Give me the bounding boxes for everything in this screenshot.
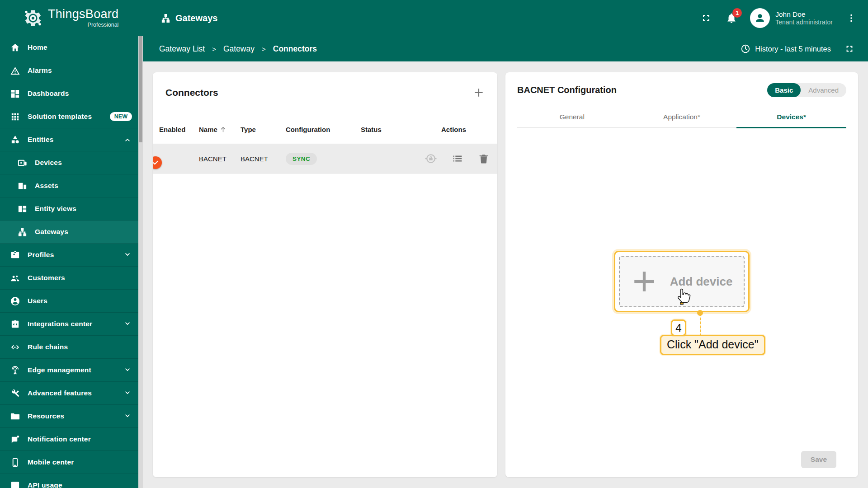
- sidebar-item-resources[interactable]: Resources: [0, 405, 138, 428]
- toggle-advanced[interactable]: Advanced: [801, 83, 846, 97]
- devices-icon: [17, 158, 28, 168]
- gateway-icon: [160, 13, 171, 23]
- sidebar-item-solution-templates[interactable]: Solution templates NEW: [0, 105, 138, 128]
- thingsboard-logo-icon: [24, 9, 42, 28]
- sidebar-item-advanced-features[interactable]: Advanced features: [0, 382, 138, 405]
- column-actions: Actions: [422, 126, 497, 133]
- alarm-icon: [10, 66, 20, 76]
- fullscreen-button[interactable]: [699, 11, 713, 25]
- new-badge: NEW: [110, 112, 132, 121]
- sidebar-item-home[interactable]: Home: [0, 36, 138, 59]
- fullscreen-icon: [701, 13, 712, 23]
- sidebar-item-alarms[interactable]: Alarms: [0, 59, 138, 82]
- sidebar-item-rule-chains[interactable]: Rule chains: [0, 336, 138, 359]
- tab-application[interactable]: Application*: [627, 106, 737, 128]
- sidebar-item-notification-center[interactable]: Notification center: [0, 428, 138, 451]
- sidebar-item-integrations-center[interactable]: Integrations center: [0, 313, 138, 336]
- person-icon: [753, 11, 767, 25]
- sidebar-item-gateways[interactable]: Gateways: [0, 221, 138, 244]
- plus-icon: [473, 87, 485, 99]
- fullscreen-icon: [844, 44, 854, 54]
- customers-icon: [10, 273, 20, 283]
- chevron-down-icon: [123, 389, 132, 398]
- chevron-down-icon: [123, 319, 132, 328]
- sidebar-item-entity-views[interactable]: Entity views: [0, 197, 138, 221]
- sidebar-item-customers[interactable]: Customers: [0, 267, 138, 290]
- sidebar-item-mobile-center[interactable]: Mobile center: [0, 451, 138, 474]
- brand-name: ThingsBoard: [48, 8, 118, 20]
- mobile-icon: [10, 457, 20, 468]
- breadcrumb-gateway[interactable]: Gateway: [223, 44, 255, 54]
- user-role: Tenant administrator: [775, 19, 833, 27]
- profiles-icon: [10, 250, 20, 260]
- column-configuration: Configuration: [286, 126, 361, 133]
- toggle-basic[interactable]: Basic: [767, 83, 801, 97]
- add-connector-button[interactable]: [472, 86, 486, 99]
- shapes-icon: [10, 135, 20, 145]
- column-status: Status: [361, 126, 422, 133]
- more-menu-button[interactable]: [844, 11, 858, 25]
- breadcrumb-separator: >: [212, 45, 216, 53]
- history-timewindow-button[interactable]: History - last 5 minutes: [741, 44, 831, 54]
- user-name: John Doe: [775, 10, 833, 19]
- plus-icon: [631, 268, 657, 295]
- sidebar-item-users[interactable]: Users: [0, 290, 138, 313]
- check-icon: [153, 159, 159, 166]
- column-enabled: Enabled: [159, 126, 199, 133]
- kebab-menu-icon: [846, 13, 856, 23]
- folder-icon: [10, 411, 20, 422]
- delete-action-button[interactable]: [477, 152, 490, 165]
- entity-views-icon: [17, 204, 28, 214]
- page-title: Gateways: [175, 13, 217, 23]
- connector-row-bacnet[interactable]: BACNET BACNET SYNC: [153, 144, 497, 174]
- advanced-icon: [10, 388, 20, 399]
- sidebar-item-assets[interactable]: Assets: [0, 174, 138, 197]
- assets-icon: [17, 181, 28, 191]
- connectors-title: Connectors: [165, 87, 218, 98]
- connector-name: BACNET: [199, 155, 241, 163]
- edge-icon: [10, 365, 20, 375]
- avatar: [750, 8, 770, 28]
- sidebar-item-dashboards[interactable]: Dashboards: [0, 82, 138, 105]
- sidebar-item-devices[interactable]: Devices: [0, 151, 138, 174]
- config-panel-title: BACNET Configuration: [517, 85, 617, 95]
- sort-ascending-icon: [219, 126, 227, 133]
- connector-type: BACNET: [241, 155, 286, 163]
- gateway-icon: [17, 227, 28, 237]
- breadcrumb-gateway-list[interactable]: Gateway List: [159, 44, 205, 54]
- add-device-label: Add device: [670, 275, 733, 289]
- history-label: History - last 5 minutes: [755, 45, 831, 53]
- sidebar-item-edge-management[interactable]: Edge management: [0, 359, 138, 382]
- top-header: ThingsBoard Professional Gateways 1: [0, 0, 868, 36]
- sidebar-scrollbar[interactable]: [138, 36, 143, 488]
- connectors-table-header: Enabled Name Type Configuration Status A…: [153, 115, 497, 144]
- column-name[interactable]: Name: [199, 126, 241, 133]
- notification-count-badge: 1: [732, 8, 742, 18]
- dashboard-fullscreen-button[interactable]: [843, 42, 856, 56]
- tab-general[interactable]: General: [517, 106, 627, 128]
- tab-devices[interactable]: Devices*: [736, 106, 846, 128]
- breadcrumb-connectors: Connectors: [273, 44, 317, 54]
- user-menu[interactable]: John Doe Tenant administrator: [750, 8, 833, 28]
- trash-icon: [477, 152, 490, 165]
- list-icon: [451, 152, 464, 165]
- configuration-sync-chip: SYNC: [286, 153, 317, 165]
- save-button[interactable]: Save: [801, 451, 836, 468]
- brand-logo[interactable]: ThingsBoard Professional: [0, 8, 142, 28]
- api-usage-icon: [10, 480, 20, 488]
- logs-action-button[interactable]: [451, 152, 464, 165]
- sidebar-item-api-usage[interactable]: API usage: [0, 474, 138, 488]
- chevron-down-icon: [123, 250, 132, 259]
- rule-chains-icon: [10, 342, 20, 352]
- rpc-action-button[interactable]: [424, 152, 438, 165]
- scrollbar-thumb[interactable]: [139, 36, 142, 142]
- chevron-down-icon: [123, 366, 132, 375]
- column-type: Type: [241, 126, 286, 133]
- users-icon: [10, 296, 20, 306]
- sidebar: Home Alarms Dashboards Solution template…: [0, 36, 138, 488]
- notifications-button[interactable]: 1: [725, 11, 738, 25]
- sidebar-item-profiles[interactable]: Profiles: [0, 244, 138, 267]
- dashboards-icon: [10, 89, 20, 99]
- basic-advanced-toggle[interactable]: Basic Advanced: [767, 83, 846, 97]
- sidebar-item-entities[interactable]: Entities: [0, 128, 138, 151]
